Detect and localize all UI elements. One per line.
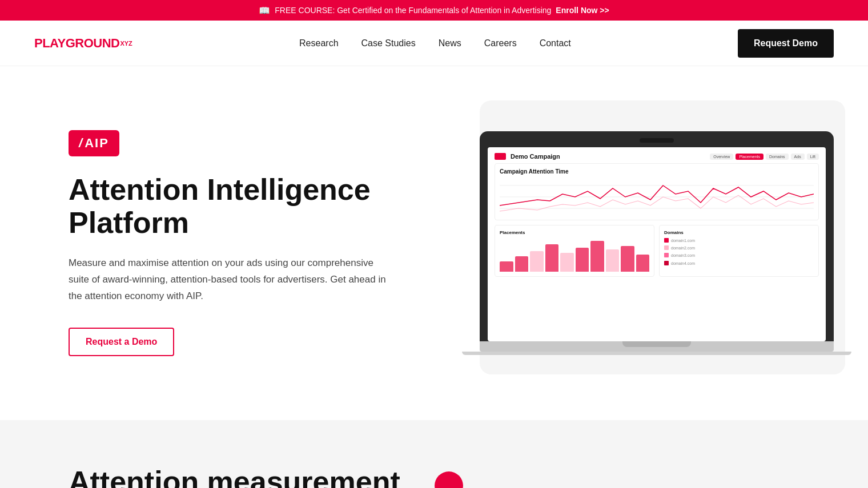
laptop-mockup: Demo Campaign Overview Placements Domain… (480, 131, 834, 355)
nav-links: Research Case Studies News Careers Conta… (299, 38, 571, 49)
nav-careers[interactable]: Careers (484, 38, 517, 48)
bottom-section: Attention measurement (0, 420, 868, 488)
laptop: Demo Campaign Overview Placements Domain… (480, 131, 834, 355)
dash-bottom-grid: Placements (495, 225, 819, 277)
hero-title: Attention Intelligence Platform (69, 174, 388, 239)
badge-slash-icon: / (79, 136, 82, 151)
laptop-bottom (462, 352, 851, 355)
hero-content: / AIP Attention Intelligence Platform Me… (69, 130, 388, 356)
dash-pill-overview: Overview (710, 154, 733, 160)
laptop-screen-outer: Demo Campaign Overview Placements Domain… (480, 131, 834, 341)
hero-section: / AIP Attention Intelligence Platform Me… (0, 66, 868, 420)
dash-pill-domains: Domains (766, 154, 789, 160)
logo[interactable]: PLAYGROUNDXYZ (34, 37, 132, 50)
laptop-base (480, 341, 834, 352)
dash-title: Demo Campaign (511, 153, 560, 160)
dash-header: Demo Campaign Overview Placements Domain… (495, 153, 819, 160)
dash-domains-card: Domains domain1.com domain2.com domain3.… (659, 225, 819, 277)
request-demo-button[interactable]: Request Demo (738, 29, 834, 58)
dash-placements-card: Placements (495, 225, 654, 277)
top-banner: 📖 FREE COURSE: Get Certified on the Fund… (0, 0, 868, 21)
hero-image-container: Demo Campaign Overview Placements Domain… (388, 100, 834, 386)
dash-pill-lift: Lift (807, 154, 819, 160)
laptop-screen: Demo Campaign Overview Placements Domain… (488, 147, 826, 341)
banner-text: FREE COURSE: Get Certified on the Fundam… (275, 6, 551, 15)
bottom-row: Attention measurement (69, 466, 799, 488)
dash-domains-title: Domains (664, 230, 814, 235)
navbar: PLAYGROUNDXYZ Research Case Studies News… (0, 21, 868, 66)
dash-pill-ads: Ads (791, 154, 805, 160)
bottom-title: Attention measurement (69, 466, 400, 488)
book-icon: 📖 (259, 5, 270, 16)
nav-research[interactable]: Research (299, 38, 338, 48)
aip-badge: / AIP (69, 130, 119, 156)
bottom-icon (435, 471, 463, 488)
dash-placements-title: Placements (500, 230, 649, 235)
dash-bar-chart (500, 237, 649, 272)
dash-chart-title: Campaign Attention Time (500, 168, 814, 175)
logo-xyz: XYZ (120, 40, 132, 47)
enroll-now-link[interactable]: Enroll Now >> (556, 6, 609, 15)
dashboard: Demo Campaign Overview Placements Domain… (488, 147, 826, 341)
nav-case-studies[interactable]: Case Studies (361, 38, 416, 48)
dash-nav-pills: Overview Placements Domains Ads Lift (710, 154, 819, 160)
dash-domains-content: domain1.com domain2.com domain3.com doma… (664, 237, 814, 267)
dash-pill-placements: Placements (736, 154, 763, 160)
logo-text: PLAYGROUND (34, 37, 119, 50)
chart-svg (500, 177, 814, 217)
hero-cta-button[interactable]: Request a Demo (69, 328, 174, 356)
hero-description: Measure and maximise attention on your a… (69, 255, 388, 305)
badge-label: AIP (85, 136, 109, 151)
dash-logo-icon (495, 153, 506, 160)
nav-contact[interactable]: Contact (540, 38, 571, 48)
nav-news[interactable]: News (439, 38, 461, 48)
dash-chart-area: Campaign Attention Time (495, 163, 819, 220)
laptop-notch (640, 138, 674, 143)
